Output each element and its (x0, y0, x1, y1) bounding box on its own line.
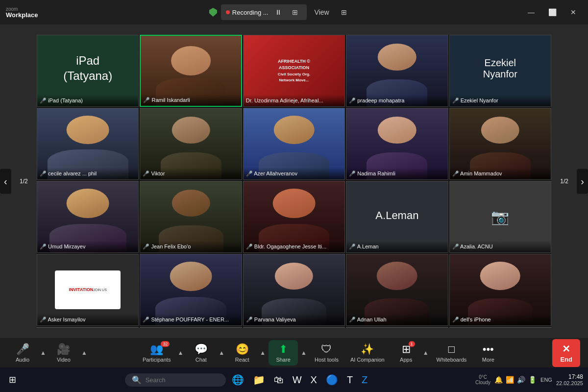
taskbar-files-button[interactable]: 📁 (250, 372, 268, 388)
chat-icon: 💬 (195, 343, 208, 356)
apps-grid-button[interactable]: ⊞ (288, 6, 302, 18)
asker-card: INVITATION JOIN US (55, 270, 121, 310)
tile-ipad-tatyana: iPad(Tatyana) 🎤 iPad (Tatyana) (37, 35, 139, 107)
tile-cecile: 🎤 cecile alvarez ... phil (37, 108, 139, 180)
layout-button[interactable]: ⊞ (337, 6, 351, 18)
tile-aleman: A.Leman 🎤 A.Leman (346, 181, 448, 253)
ai-companion-button[interactable]: ✨ AI Companion (345, 340, 390, 366)
video-icon: 🎥 (57, 343, 70, 356)
close-button[interactable]: ✕ (564, 5, 582, 19)
participants-arrow[interactable]: ▲ (176, 348, 184, 357)
host-tools-icon: 🛡 (321, 343, 332, 356)
tile-nadima: 🎤 Nadima Rahimli (346, 108, 448, 180)
pause-recording-button[interactable]: ⏸ (271, 6, 286, 18)
chat-button[interactable]: 💬 Chat (186, 340, 216, 366)
battery-icon[interactable]: 🔋 (528, 376, 537, 384)
maximize-button[interactable]: ⬜ (542, 5, 563, 19)
tile-pradeep: 🎤 pradeep mohapatra (346, 35, 448, 107)
taskbar-excel-button[interactable]: X (308, 372, 320, 388)
margareta-label: Margareta Niko... (166, 327, 216, 328)
end-button[interactable]: ✕ End (552, 339, 580, 367)
weather-widget: 0°C Cloudy (475, 374, 490, 385)
more-icon: ••• (483, 343, 494, 356)
start-button[interactable]: ⊞ (5, 372, 20, 387)
toolbar-right-group: ✕ End (552, 339, 580, 367)
recording-label: Recording ... (232, 9, 269, 16)
titlebar-left: zoom Workplace (6, 7, 38, 18)
taskbar-chrome-button[interactable]: 🔵 (323, 372, 341, 388)
taskbar-edge-button[interactable]: 🌐 (229, 372, 247, 388)
name-strip-9: 🎤 Nadima Rahimli (346, 168, 447, 179)
tile-afrihealth: AFRIHEALTH ©ASSOCIATIONCivil Society Org… (243, 35, 345, 107)
whiteboards-button[interactable]: □ Whiteboards (432, 340, 472, 366)
host-tools-button[interactable]: 🛡 Host tools (310, 340, 343, 366)
notification-icon[interactable]: 🔔 (494, 376, 503, 384)
minimize-button[interactable]: — (522, 5, 540, 19)
name-strip-21: 🎤 Yanis Amirat (GIWEH) (37, 327, 138, 327)
network-icon[interactable]: 📶 (506, 376, 514, 384)
name-strip-5: 🎤 Ezekiel Nyanfor (450, 95, 551, 106)
audio-button[interactable]: 🎤 Audio (8, 340, 37, 366)
name-strip-23: 🎤 Fireflies.ai Notetaker Jin (244, 327, 344, 327)
name-strip-1: 🎤 iPad (Tatyana) (37, 95, 138, 106)
name-strip-22: 🎤 Margareta Nikolovska ETF (140, 327, 241, 327)
name-strip-4: 🎤 pradeep mohapatra (346, 95, 447, 106)
next-page-button[interactable]: › (577, 169, 588, 194)
chat-arrow[interactable]: ▲ (218, 348, 225, 357)
camera-off-icon: 📷 (491, 208, 509, 225)
apps-badge: 1 (409, 341, 415, 347)
page-label-left: 1/2 (20, 178, 28, 185)
date-display: 22.02.2025 (556, 380, 583, 386)
taskbar-zoom-button[interactable]: Z (359, 372, 370, 388)
taskbar-left: ⊞ (5, 372, 20, 387)
share-arrow[interactable]: ▲ (300, 348, 308, 357)
name-strip-25: 🎤 read.ai meeting notes (450, 327, 551, 327)
taskbar-store-button[interactable]: 🛍 (271, 372, 287, 388)
tile-azalia: 📷 🎤 Azalia. ACNU (449, 181, 551, 253)
name-strip-3: Dr. Uzodinma Adirieje, Afriheal... (244, 95, 344, 106)
toolbar-left-group: 🎤 Audio ▲ 🎥 Video ▲ (8, 340, 88, 366)
view-button[interactable]: View (311, 6, 333, 18)
name-strip-2: 🎤 Ramil Iskandarli (141, 94, 241, 106)
apps-button[interactable]: ⊞ Apps 1 (392, 340, 421, 366)
search-bar[interactable]: 🔍 (125, 373, 226, 387)
audio-arrow[interactable]: ▲ (39, 348, 47, 357)
name-strip-17: 🎤 Stéphane POUFFARY - ENER... (140, 314, 241, 325)
name-strip-11: 🎤 Umud Mirzayev (37, 241, 138, 252)
prev-page-button[interactable]: ‹ (0, 169, 11, 194)
share-button[interactable]: ⬆ Share (269, 340, 298, 366)
search-input[interactable] (146, 376, 219, 384)
rec-dot (226, 10, 230, 14)
react-arrow[interactable]: ▲ (259, 348, 267, 357)
tile-umud: 🎤 Umud Mirzayev (37, 181, 139, 253)
aleman-label: A.Leman (375, 209, 418, 222)
name-strip-8: 🎤 Azer Allahveranov (244, 168, 344, 179)
taskbar-teams-button[interactable]: T (344, 372, 356, 388)
language-indicator: ENG (540, 377, 552, 383)
toolbar-center-group: 👥 Participants 32 ▲ 💬 Chat ▲ 😊 React ▲ ⬆… (138, 340, 503, 366)
participants-button[interactable]: 👥 Participants 32 (138, 340, 175, 366)
video-area: ‹ 1/2 iPad(Tatyana) 🎤 iPad (Tatyana) 🎤 R… (0, 24, 588, 338)
more-button[interactable]: ••• More (473, 340, 503, 366)
tile-margareta: Margareta Niko... 🎤 Margareta Nikolovska… (140, 327, 242, 328)
apps-arrow[interactable]: ▲ (422, 348, 430, 357)
name-strip-15: 🎤 Azalia. ACNU (450, 241, 551, 252)
toolbar: 🎤 Audio ▲ 🎥 Video ▲ 👥 Participants 32 ▲ … (0, 338, 588, 368)
whiteboards-icon: □ (448, 343, 455, 356)
tile-dell: 🎤 dell's iPhone (449, 254, 551, 326)
tile-azer: 🎤 Azer Allahveranov (243, 108, 345, 180)
video-arrow[interactable]: ▲ (80, 348, 88, 357)
volume-icon[interactable]: 🔊 (517, 376, 525, 384)
participants-badge: 32 (161, 341, 170, 347)
tile-yanis: 🎤 Yanis Amirat (GIWEH) (37, 327, 139, 328)
name-strip-24: 🎤 Salem - Benin (346, 327, 447, 327)
taskbar-center: 🔍 🌐 📁 🛍 W X 🔵 T Z (125, 372, 371, 388)
react-button[interactable]: 😊 React (227, 340, 257, 366)
name-strip-20: 🎤 dell's iPhone (450, 314, 551, 325)
name-strip-13: 🎤 Bldr. Ogagaoghene Jesse Iti... (244, 241, 344, 252)
taskbar-word-button[interactable]: W (290, 372, 305, 388)
zoom-brand: zoom (6, 7, 38, 12)
video-button[interactable]: 🎥 Video (49, 340, 78, 366)
tile-bldr: 🎤 Bldr. Ogagaoghene Jesse Iti... (243, 181, 345, 253)
tile-stephane: 🎤 Stéphane POUFFARY - ENER... (140, 254, 242, 326)
